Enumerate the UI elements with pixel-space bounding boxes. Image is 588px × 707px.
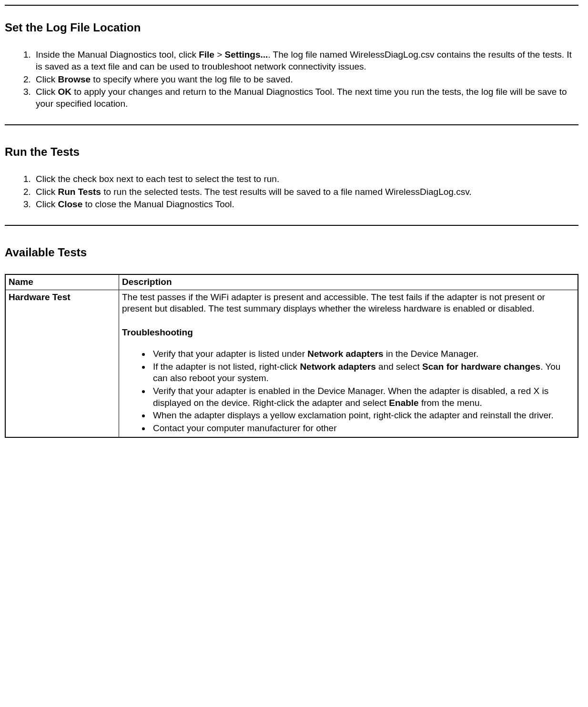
- bold-text: Enable: [389, 398, 418, 408]
- bold-text: OK: [58, 87, 71, 97]
- step-text: Click: [36, 74, 58, 84]
- table-row: Hardware Test The test passes if the WiF…: [5, 290, 578, 437]
- list-item: Click the check box next to each test to…: [33, 173, 578, 185]
- table-header-row: Name Description: [5, 274, 578, 290]
- bullet-text: Verify that your adapter is enabled in t…: [153, 386, 548, 408]
- list-item: Click Run Tests to run the selected test…: [33, 186, 578, 198]
- troubleshooting-list: Verify that your adapter is listed under…: [122, 348, 575, 434]
- available-tests-table: Name Description Hardware Test The test …: [5, 274, 578, 438]
- description-paragraph: The test passes if the WiFi adapter is p…: [122, 292, 575, 315]
- section-divider: [5, 225, 578, 226]
- list-item: Contact your computer manufacturer for o…: [151, 423, 575, 434]
- step-text: Click: [36, 199, 58, 209]
- bullet-text: If the adapter is not listed, right-clic…: [153, 362, 300, 372]
- step-text: Click: [36, 187, 58, 197]
- step-text: to specify where you want the log file t…: [91, 74, 293, 84]
- section-divider: [5, 124, 578, 125]
- section-heading-log-file: Set the Log File Location: [5, 20, 578, 35]
- step-text: Click: [36, 87, 58, 97]
- top-rule: [5, 5, 578, 6]
- list-item: Verify that your adapter is listed under…: [151, 348, 575, 360]
- troubleshooting-heading: Troubleshooting: [122, 327, 575, 339]
- bullet-text: in the Device Manager.: [384, 349, 479, 359]
- bold-text: Network adapters: [307, 349, 383, 359]
- run-tests-steps: Click the check box next to each test to…: [5, 173, 578, 211]
- bold-text: Browse: [58, 74, 91, 84]
- log-file-steps: Inside the Manual Diagnostics tool, clic…: [5, 49, 578, 110]
- bold-text: Network adapters: [300, 362, 375, 372]
- list-item: When the adapter displays a yellow excla…: [151, 410, 575, 422]
- column-header-name: Name: [5, 274, 119, 290]
- bold-text: Close: [58, 199, 82, 209]
- column-header-description: Description: [119, 274, 578, 290]
- bold-text: File: [199, 50, 214, 60]
- step-text: to close the Manual Diagnostics Tool.: [82, 199, 234, 209]
- step-text: to run the selected tests. The test resu…: [101, 187, 472, 197]
- bullet-text: When the adapter displays a yellow excla…: [153, 410, 554, 420]
- step-text: >: [214, 50, 225, 60]
- bullet-text: Verify that your adapter is listed under: [153, 349, 307, 359]
- step-text: Inside the Manual Diagnostics tool, clic…: [36, 50, 199, 60]
- bold-text: Scan for hardware changes: [422, 362, 540, 372]
- list-item: Click Close to close the Manual Diagnost…: [33, 199, 578, 211]
- list-item: Click OK to apply your changes and retur…: [33, 86, 578, 110]
- bold-text: Settings...: [225, 50, 268, 60]
- step-text: Click the check box next to each test to…: [36, 174, 279, 184]
- step-text: to apply your changes and return to the …: [36, 87, 567, 109]
- section-heading-run-tests: Run the Tests: [5, 144, 578, 159]
- bullet-text: Contact your computer manufacturer for o…: [153, 423, 336, 433]
- bold-text: Run Tests: [58, 187, 101, 197]
- bullet-text: from the menu.: [419, 398, 482, 408]
- test-name-cell: Hardware Test: [5, 290, 119, 437]
- list-item: If the adapter is not listed, right-clic…: [151, 361, 575, 384]
- bullet-text: and select: [376, 362, 422, 372]
- list-item: Verify that your adapter is enabled in t…: [151, 385, 575, 409]
- test-description-cell: The test passes if the WiFi adapter is p…: [119, 290, 578, 437]
- list-item: Inside the Manual Diagnostics tool, clic…: [33, 49, 578, 72]
- section-heading-available-tests: Available Tests: [5, 245, 578, 260]
- list-item: Click Browse to specify where you want t…: [33, 74, 578, 86]
